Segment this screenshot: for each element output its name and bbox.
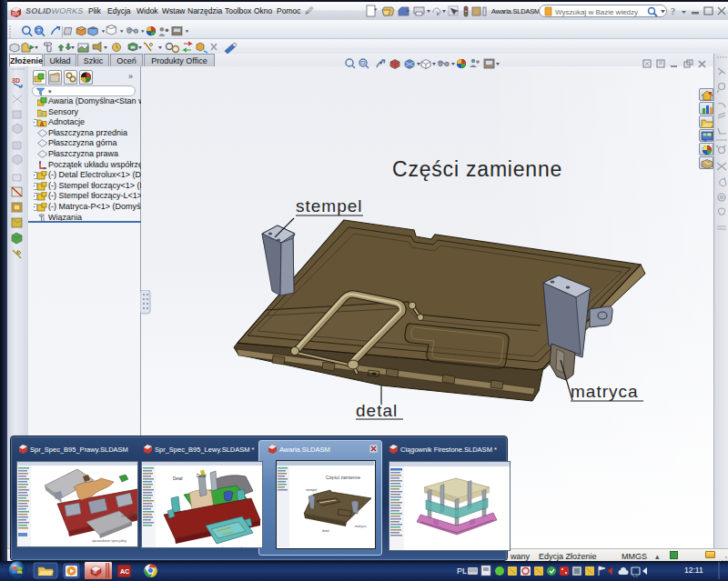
- svg-text:stempel: stempel: [306, 488, 317, 492]
- svg-text:sprawdzian specjalny: sprawdzian specjalny: [92, 538, 126, 543]
- svg-text:matryca: matryca: [571, 382, 639, 401]
- svg-text:detal: detal: [322, 529, 329, 533]
- svg-text:Części zamienne: Części zamienne: [392, 157, 562, 181]
- svg-text:matryca: matryca: [355, 525, 367, 528]
- svg-text:12:11: 12:11: [684, 566, 703, 575]
- svg-text:stempel: stempel: [296, 196, 363, 215]
- svg-text:Awaria.SLDASM: Awaria.SLDASM: [279, 446, 330, 454]
- svg-text:Detal: Detal: [173, 476, 183, 481]
- svg-text:Części zamienne: Części zamienne: [326, 475, 360, 480]
- svg-text:PL: PL: [457, 566, 467, 576]
- svg-text:detal: detal: [356, 401, 398, 420]
- svg-text:AC: AC: [120, 568, 129, 575]
- svg-text:Detal: Detal: [130, 513, 137, 517]
- svg-text:Spr_Spec_B95_Prawy.SLDASM: Spr_Spec_B95_Prawy.SLDASM: [30, 446, 128, 454]
- svg-text:Ciągownik Firestone.SLDASM *: Ciągownik Firestone.SLDASM *: [400, 446, 497, 454]
- svg-text:Detal: Detal: [197, 474, 207, 478]
- svg-text:sprawdzian specjalny: sprawdzian specjalny: [211, 546, 246, 547]
- svg-text:Spr_Spec_B95_Lewy.SLDASM *: Spr_Spec_B95_Lewy.SLDASM *: [155, 446, 255, 454]
